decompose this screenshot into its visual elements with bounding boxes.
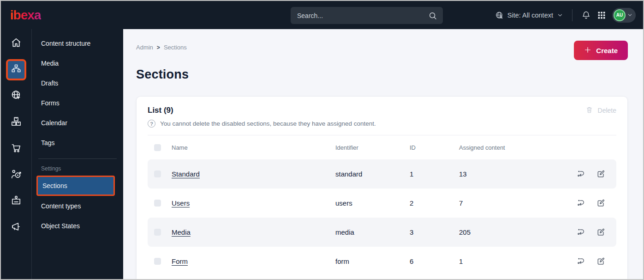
sidebar-item-sections[interactable]: Sections	[36, 176, 115, 196]
main-nav-rail	[1, 29, 32, 279]
section-assigned-content: 1	[459, 257, 566, 265]
section-identifier: users	[335, 199, 410, 207]
section-identifier: media	[335, 228, 410, 236]
main-header: Admin > Sections Create	[136, 41, 628, 60]
table-row: Form form 6 1	[148, 247, 616, 276]
col-header-assigned-content: Assigned content	[459, 144, 566, 151]
topbar: ibexa Site: All context	[1, 1, 643, 29]
section-id: 1	[410, 170, 459, 178]
sidebar-item-content-structure[interactable]: Content structure	[32, 33, 123, 53]
breadcrumb-separator: >	[157, 44, 160, 51]
assign-content-icon[interactable]	[577, 228, 585, 237]
user-menu[interactable]: AU	[612, 8, 636, 23]
ibexa-logo[interactable]: ibexa	[10, 8, 41, 23]
nav-dashboard[interactable]	[1, 30, 31, 56]
sidebar-item-drafts[interactable]: Drafts	[32, 73, 123, 93]
help-question-icon[interactable]: ?	[148, 120, 155, 128]
table-row: Users users 2 7	[148, 189, 616, 218]
edit-icon[interactable]	[596, 199, 605, 207]
nav-personalization[interactable]	[1, 162, 31, 188]
megaphone-icon	[10, 221, 22, 235]
sections-table: Name Identifier ID Assigned content Stan…	[148, 135, 616, 276]
section-id: 3	[410, 228, 459, 236]
section-name-link[interactable]: Media	[172, 228, 191, 236]
cart-icon	[10, 142, 22, 156]
nav-marketing[interactable]	[1, 214, 31, 241]
section-assigned-content: 7	[459, 199, 566, 207]
sidebar: Content structure Media Drafts Forms Cal…	[32, 29, 123, 279]
edit-icon[interactable]	[596, 257, 605, 266]
person-target-icon	[10, 168, 22, 182]
breadcrumb-admin[interactable]: Admin	[136, 44, 153, 51]
list-title: List (9)	[148, 106, 173, 115]
home-icon	[10, 37, 22, 50]
table-header-row: Name Identifier ID Assigned content	[148, 135, 616, 159]
content-tree-icon	[11, 63, 22, 76]
delete-button-label: Delete	[598, 107, 616, 114]
site-context-selector[interactable]: Site: All context	[495, 11, 563, 20]
edit-icon[interactable]	[596, 170, 605, 178]
sidebar-item-content-types[interactable]: Content types	[32, 196, 123, 216]
nav-products[interactable]	[1, 109, 31, 135]
chevron-down-icon	[557, 12, 563, 18]
topbar-right: Site: All context AU	[495, 8, 636, 23]
col-header-id: ID	[410, 144, 459, 151]
nav-content[interactable]	[1, 56, 31, 83]
nav-commerce[interactable]	[1, 135, 31, 162]
row-checkbox[interactable]	[154, 258, 161, 265]
section-identifier: standard	[335, 170, 410, 178]
create-button-label: Create	[596, 47, 618, 55]
avatar: AU	[614, 9, 626, 21]
page-title: Sections	[136, 67, 628, 82]
apps-grid-icon[interactable]	[597, 11, 606, 20]
nav-customers[interactable]	[1, 188, 31, 214]
sidebar-item-calendar[interactable]: Calendar	[32, 113, 123, 133]
section-identifier: form	[335, 257, 410, 265]
globe-icon	[495, 11, 504, 20]
notifications-bell-icon[interactable]	[581, 10, 591, 20]
table-row: Standard standard 1 13	[148, 159, 616, 189]
row-checkbox[interactable]	[154, 170, 161, 177]
sidebar-item-object-states[interactable]: Object States	[32, 216, 123, 236]
sidebar-item-media[interactable]: Media	[32, 53, 123, 73]
trash-icon	[585, 106, 593, 115]
app-window: ibexa Site: All context	[0, 0, 644, 280]
chevron-down-icon	[627, 12, 633, 18]
globe-cursor-icon	[10, 89, 22, 103]
section-id: 6	[410, 257, 459, 265]
section-name-link[interactable]: Standard	[172, 170, 200, 178]
breadcrumb: Admin > Sections	[136, 41, 187, 51]
plus-icon	[584, 46, 591, 55]
search-icon[interactable]	[428, 11, 437, 20]
section-name-link[interactable]: Users	[172, 199, 190, 207]
table-row: Media media 3 205	[148, 218, 616, 247]
main-content: Admin > Sections Create Sections List (9…	[123, 29, 643, 279]
global-search[interactable]	[291, 7, 443, 24]
assign-content-icon[interactable]	[577, 257, 585, 266]
breadcrumb-current: Sections	[164, 44, 187, 51]
create-button[interactable]: Create	[574, 41, 628, 60]
sidebar-item-forms[interactable]: Forms	[32, 93, 123, 113]
row-checkbox[interactable]	[154, 200, 161, 207]
section-name-link[interactable]: Form	[172, 257, 188, 265]
delete-button[interactable]: Delete	[585, 106, 616, 115]
section-assigned-content: 205	[459, 228, 566, 236]
search-input[interactable]	[297, 12, 428, 19]
select-all-checkbox[interactable]	[154, 144, 161, 151]
assign-content-icon[interactable]	[577, 199, 585, 207]
sidebar-item-tags[interactable]: Tags	[32, 133, 123, 152]
section-id: 2	[410, 199, 459, 207]
edit-icon[interactable]	[596, 228, 605, 237]
col-header-name: Name	[172, 144, 335, 151]
list-help-text: You cannot delete the disabled sections,…	[160, 120, 376, 127]
topbar-divider	[572, 9, 572, 21]
site-context-label: Site: All context	[507, 12, 553, 19]
row-checkbox[interactable]	[154, 229, 161, 236]
packages-icon	[10, 116, 22, 129]
sidebar-settings-heading: Settings	[32, 159, 123, 174]
assign-content-icon[interactable]	[577, 170, 585, 178]
content-tree-highlight	[6, 59, 26, 80]
nav-site[interactable]	[1, 83, 31, 109]
sections-list-card: List (9) Delete ? You cannot delete the …	[136, 96, 628, 279]
section-assigned-content: 13	[459, 170, 566, 178]
